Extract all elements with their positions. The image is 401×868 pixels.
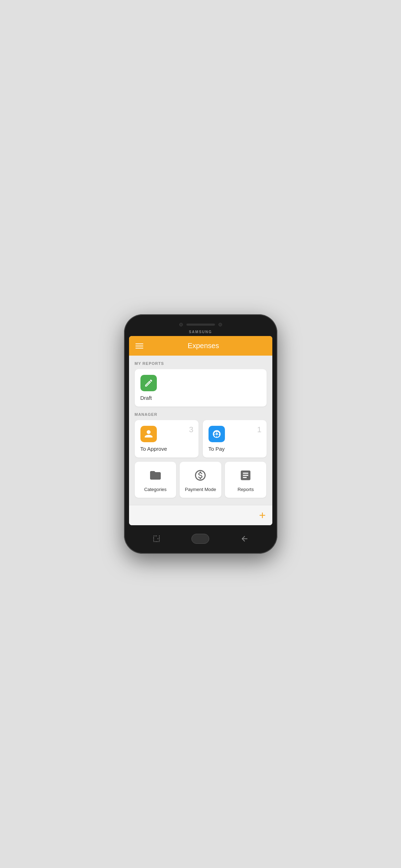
menu-button[interactable]	[135, 343, 143, 348]
person-icon	[144, 429, 153, 439]
to-pay-count: 1	[257, 425, 261, 434]
front-camera	[179, 323, 183, 326]
to-pay-card[interactable]: 1 To Pay	[203, 420, 267, 458]
to-pay-label: To Pay	[209, 446, 261, 452]
hamburger-line-3	[135, 348, 143, 348]
back-icon	[240, 534, 249, 543]
bottom-bar: +	[129, 505, 272, 525]
report-icon	[238, 468, 253, 482]
to-approve-count: 3	[189, 425, 193, 434]
draft-card[interactable]: Draft	[135, 369, 267, 407]
app-content: MY REPORTS Draft MANAGER	[129, 356, 272, 505]
manager-grid: 3 To Approve 1 To Pay	[135, 420, 267, 458]
reports-label: Reports	[237, 487, 254, 493]
categories-card[interactable]: Categories	[135, 462, 176, 498]
phone-screen: Expenses MY REPORTS Draft MANAGER	[129, 336, 272, 525]
hamburger-line-2	[135, 346, 143, 346]
dollar-circle-outline-icon	[193, 468, 207, 482]
reports-card[interactable]: Reports	[225, 462, 267, 498]
to-approve-card[interactable]: 3 To Approve	[135, 420, 199, 458]
folder-icon	[148, 468, 163, 482]
dollar-circle-icon	[212, 429, 221, 439]
back-button[interactable]	[239, 533, 250, 544]
payment-mode-label: Payment Mode	[185, 487, 216, 493]
to-approve-icon-box	[140, 426, 157, 442]
recents-icon	[152, 534, 161, 543]
tools-grid: Categories Payment Mode	[135, 462, 267, 498]
pencil-icon	[144, 378, 153, 388]
payment-mode-card[interactable]: Payment Mode	[180, 462, 221, 498]
draft-label: Draft	[140, 395, 261, 401]
categories-label: Categories	[144, 487, 166, 493]
phone-device: SAMSUNG Expenses MY REPORTS	[124, 314, 277, 554]
draft-icon-box	[140, 375, 157, 391]
phone-speaker	[186, 324, 215, 326]
recents-button[interactable]	[151, 533, 162, 544]
to-approve-label: To Approve	[140, 446, 193, 452]
home-button[interactable]	[191, 534, 209, 544]
phone-brand: SAMSUNG	[129, 330, 272, 334]
hamburger-line-1	[135, 343, 143, 344]
to-pay-icon-box	[209, 426, 225, 442]
manager-section-label: MANAGER	[135, 412, 267, 417]
phone-top-bar	[129, 321, 272, 330]
fab-plus-button[interactable]: +	[259, 510, 266, 521]
my-reports-section-label: MY REPORTS	[135, 361, 267, 366]
front-sensor	[219, 323, 222, 326]
page-title: Expenses	[149, 342, 258, 350]
phone-bottom-nav	[129, 528, 272, 547]
app-header: Expenses	[129, 336, 272, 356]
